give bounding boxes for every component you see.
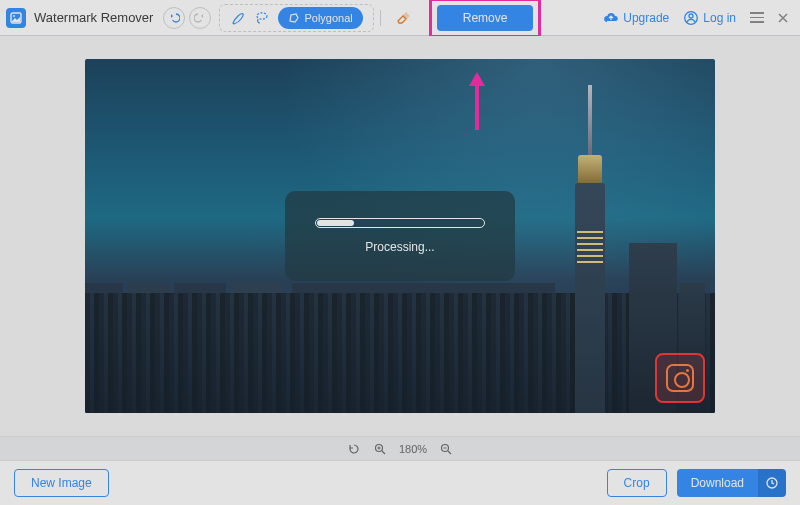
top-toolbar: Watermark Remover Polygonal Remove Upgra…	[0, 0, 800, 36]
zoom-in-icon	[374, 443, 386, 455]
selection-tool-group: Polygonal	[219, 4, 373, 32]
remove-button-wrap: Remove	[437, 5, 534, 31]
processing-dialog: Processing...	[285, 191, 515, 281]
crop-button[interactable]: Crop	[607, 469, 667, 497]
redo-icon	[194, 12, 206, 24]
zoom-bar: 180%	[0, 436, 800, 461]
zoom-in-button[interactable]	[373, 442, 387, 456]
upgrade-label: Upgrade	[623, 11, 669, 25]
zoom-level: 180%	[399, 443, 427, 455]
skyline-decor	[578, 155, 602, 183]
svg-point-2	[257, 12, 267, 18]
processing-status: Processing...	[365, 240, 434, 254]
polygonal-tool[interactable]: Polygonal	[278, 7, 362, 29]
close-icon	[776, 11, 790, 25]
brush-icon	[230, 10, 246, 26]
login-label: Log in	[703, 11, 736, 25]
skyline-decor	[575, 183, 605, 413]
rotate-button[interactable]	[347, 442, 361, 456]
instagram-icon	[666, 364, 694, 392]
menu-icon	[750, 12, 764, 23]
watermark-overlay	[655, 353, 705, 403]
remove-button[interactable]: Remove	[437, 5, 534, 31]
polygonal-icon	[288, 12, 300, 24]
lasso-tool[interactable]	[254, 10, 270, 26]
upgrade-link[interactable]: Upgrade	[603, 11, 669, 25]
skyline-decor	[85, 293, 715, 413]
undo-button[interactable]	[163, 7, 185, 29]
brush-tool[interactable]	[230, 10, 246, 26]
login-link[interactable]: Log in	[683, 10, 736, 26]
app-logo-icon	[6, 8, 26, 28]
eraser-tool[interactable]	[395, 10, 411, 26]
polygonal-label: Polygonal	[304, 12, 352, 24]
download-history-button[interactable]	[758, 469, 786, 497]
rotate-icon	[348, 443, 360, 455]
cloud-up-icon	[603, 11, 619, 25]
skyline-decor	[577, 228, 603, 263]
working-image[interactable]: Processing...	[85, 59, 715, 413]
user-icon	[683, 10, 699, 26]
footer-bar: New Image Crop Download	[0, 461, 800, 505]
new-image-button[interactable]: New Image	[14, 469, 109, 497]
toolbar-separator	[380, 10, 381, 26]
skyline-decor	[588, 85, 592, 155]
menu-button[interactable]	[746, 7, 768, 29]
app-title: Watermark Remover	[34, 10, 153, 25]
clock-icon	[765, 476, 779, 490]
canvas-area: Processing...	[0, 36, 800, 436]
eraser-icon	[395, 10, 411, 26]
redo-button[interactable]	[189, 7, 211, 29]
zoom-out-button[interactable]	[439, 442, 453, 456]
download-button[interactable]: Download	[677, 469, 758, 497]
progress-fill	[317, 220, 354, 226]
lasso-icon	[254, 10, 270, 26]
close-window-button[interactable]	[772, 7, 794, 29]
svg-point-1	[13, 15, 15, 17]
undo-icon	[168, 12, 180, 24]
download-group: Download	[677, 469, 786, 497]
svg-point-4	[689, 14, 693, 18]
progress-bar	[315, 218, 485, 228]
zoom-out-icon	[440, 443, 452, 455]
